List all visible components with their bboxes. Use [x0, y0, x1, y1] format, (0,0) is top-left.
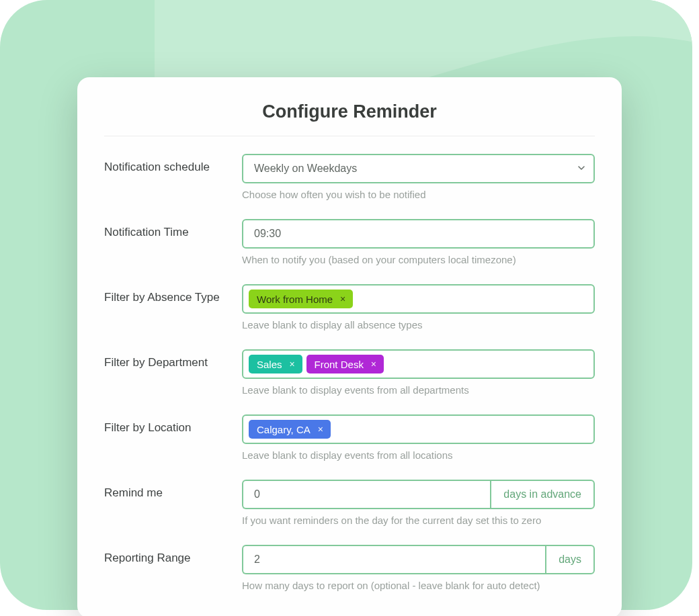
- hint-department: Leave blank to display events from all d…: [242, 384, 595, 396]
- location-input[interactable]: Calgary, CA ×: [242, 414, 595, 444]
- tag-sales: Sales ×: [249, 355, 302, 373]
- hint-absence-type: Leave blank to display all absence types: [242, 319, 595, 331]
- absence-type-input[interactable]: Work from Home ×: [242, 284, 595, 314]
- hint-reporting-range: How many days to report on (optional - l…: [242, 580, 595, 591]
- label-department: Filter by Department: [104, 349, 242, 369]
- range-input-group: days: [242, 545, 595, 574]
- hint-notification-time: When to notify you (based on your comput…: [242, 254, 595, 265]
- card-title: Configure Reminder: [104, 101, 595, 136]
- label-location: Filter by Location: [104, 414, 242, 435]
- close-icon[interactable]: ×: [338, 294, 347, 304]
- label-notification-schedule: Notification schedule: [104, 154, 242, 174]
- hint-location: Leave blank to display events from all l…: [242, 449, 595, 461]
- remind-input-group: days in advance: [242, 480, 595, 509]
- remind-days-input[interactable]: [242, 480, 490, 509]
- row-remind-me: Remind me days in advance If you want re…: [104, 480, 595, 526]
- chevron-down-icon: [577, 163, 585, 175]
- range-days-input[interactable]: [242, 545, 545, 574]
- configure-reminder-card: Configure Reminder Notification schedule…: [77, 77, 622, 616]
- label-notification-time: Notification Time: [104, 219, 242, 239]
- notification-schedule-value: Weekly on Weekdays: [254, 163, 357, 175]
- tag-label: Sales: [257, 359, 282, 370]
- close-icon[interactable]: ×: [316, 425, 325, 434]
- close-icon[interactable]: ×: [288, 359, 297, 369]
- tag-calgary: Calgary, CA ×: [249, 420, 331, 439]
- hint-remind-me: If you want reminders on the day for the…: [242, 515, 595, 526]
- row-absence-type: Filter by Absence Type Work from Home × …: [104, 284, 595, 331]
- hint-notification-schedule: Choose how often you wish to be notified: [242, 189, 595, 200]
- remind-addon: days in advance: [490, 480, 595, 509]
- tag-label: Work from Home: [257, 294, 333, 305]
- row-notification-schedule: Notification schedule Weekly on Weekdays…: [104, 154, 595, 200]
- range-addon: days: [545, 545, 595, 574]
- tag-work-from-home: Work from Home ×: [249, 290, 353, 308]
- label-reporting-range: Reporting Range: [104, 545, 242, 565]
- notification-time-input[interactable]: [242, 219, 595, 249]
- notification-schedule-select[interactable]: Weekly on Weekdays: [242, 154, 595, 183]
- tag-label: Front Desk: [315, 359, 364, 370]
- tag-front-desk: Front Desk ×: [306, 355, 384, 373]
- close-icon[interactable]: ×: [369, 359, 378, 369]
- row-department: Filter by Department Sales × Front Desk …: [104, 349, 595, 396]
- tag-label: Calgary, CA: [257, 424, 311, 435]
- department-input[interactable]: Sales × Front Desk ×: [242, 349, 595, 379]
- row-notification-time: Notification Time When to notify you (ba…: [104, 219, 595, 265]
- label-absence-type: Filter by Absence Type: [104, 284, 242, 304]
- row-reporting-range: Reporting Range days How many days to re…: [104, 545, 595, 591]
- row-location: Filter by Location Calgary, CA × Leave b…: [104, 414, 595, 461]
- label-remind-me: Remind me: [104, 480, 242, 500]
